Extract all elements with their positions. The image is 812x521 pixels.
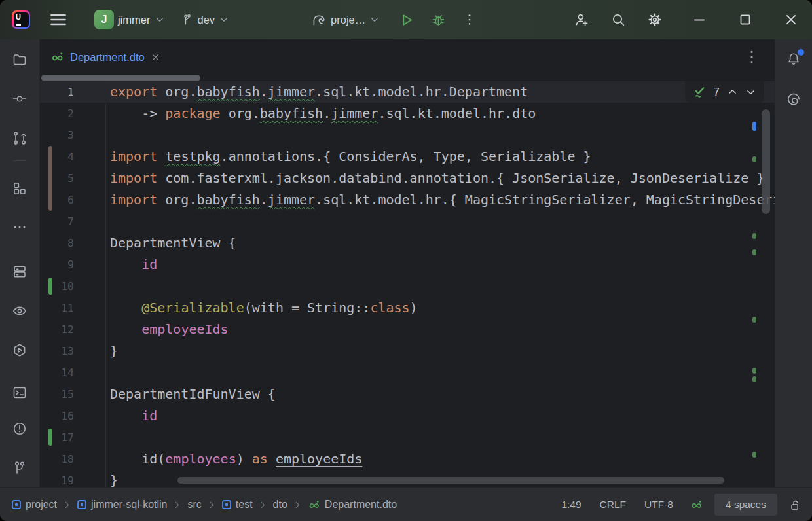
run-button[interactable] [398, 12, 415, 28]
code-text[interactable]: id(employees) as employeeIds [74, 448, 362, 470]
breadcrumb-dto[interactable]: dto [273, 499, 287, 511]
code-text[interactable]: -> package org.babyfish.jimmer.sql.kt.mo… [74, 103, 536, 124]
breadcrumb-src[interactable]: src [187, 499, 201, 511]
settings-gear-icon[interactable] [647, 12, 663, 27]
unlocked-padlock-icon[interactable] [788, 498, 802, 512]
breadcrumb-jimmer-sql-kotlin[interactable]: jimmer-sql-kotlin [77, 499, 167, 511]
code-line-1[interactable]: 1export org.babyfish.jimmer.sql.kt.model… [40, 81, 775, 103]
next-problem-icon[interactable] [745, 86, 756, 98]
eye-icon[interactable] [12, 303, 28, 319]
code-text[interactable] [74, 427, 110, 448]
tab-close-icon[interactable] [151, 52, 160, 62]
code-text[interactable]: employeeIds [74, 319, 229, 340]
line-ending-indicator[interactable]: CRLF [600, 499, 626, 511]
vcs-widget[interactable]: dev [181, 13, 230, 26]
more-icon[interactable] [12, 219, 28, 235]
line-number[interactable]: 8 [40, 232, 74, 254]
main-menu-icon[interactable] [48, 10, 68, 29]
previous-problem-icon[interactable] [727, 86, 738, 98]
horizontal-scrollbar-thumb[interactable] [177, 477, 724, 484]
notifications-bell-icon[interactable] [786, 51, 802, 67]
code-line-10[interactable]: 10 [40, 276, 775, 297]
breadcrumb-test[interactable]: test [222, 499, 253, 511]
code-line-9[interactable]: 9 id [40, 254, 775, 276]
code-text[interactable]: import testpkg.annotations.{ ConsiderAs,… [74, 146, 591, 168]
window-minimize-button[interactable] [692, 12, 707, 27]
line-number[interactable]: 10 [40, 276, 74, 297]
code-text[interactable]: export org.babyfish.jimmer.sql.kt.model.… [74, 81, 528, 103]
line-number[interactable]: 14 [40, 362, 74, 384]
line-number[interactable]: 1 [40, 81, 74, 103]
database-icon[interactable] [12, 264, 28, 279]
modified-line-marker[interactable] [48, 189, 52, 211]
encoding-indicator[interactable]: UTF-8 [644, 499, 673, 511]
line-number[interactable]: 4 [40, 146, 74, 168]
problems-icon[interactable] [12, 421, 28, 437]
pull-requests-icon[interactable] [12, 130, 28, 146]
code-line-4[interactable]: 4import testpkg.annotations.{ ConsiderAs… [40, 146, 775, 168]
line-number[interactable]: 6 [40, 189, 74, 211]
line-number[interactable]: 12 [40, 319, 74, 340]
code-text[interactable] [74, 276, 110, 297]
code-text[interactable]: } [74, 340, 118, 362]
tab-options-kebab-icon[interactable] [743, 48, 760, 65]
window-close-button[interactable] [783, 12, 799, 27]
code-line-7[interactable]: 7 [40, 211, 775, 232]
terminal-icon[interactable] [12, 385, 28, 401]
services-icon[interactable] [12, 342, 28, 358]
code-line-3[interactable]: 3 [40, 124, 775, 146]
code-text[interactable]: DepartmentIdFunView { [74, 384, 276, 405]
line-number[interactable]: 17 [40, 427, 74, 448]
line-number[interactable]: 9 [40, 254, 74, 276]
added-line-marker[interactable] [48, 278, 52, 295]
breadcrumb-department-dto[interactable]: Department.dto [308, 499, 397, 511]
window-maximize-button[interactable] [737, 12, 753, 27]
changed-stripe-mark[interactable] [752, 317, 756, 323]
modified-line-marker[interactable] [48, 146, 52, 168]
code-line-12[interactable]: 12 employeeIds [40, 319, 775, 340]
modified-stripe-mark[interactable] [752, 122, 756, 131]
changed-stripe-mark[interactable] [752, 452, 756, 458]
changed-stripe-mark[interactable] [752, 376, 756, 382]
line-number[interactable]: 16 [40, 405, 74, 427]
code-text[interactable] [74, 124, 110, 146]
code-text[interactable]: @Serializable(with = String::class) [74, 297, 418, 319]
line-number[interactable]: 13 [40, 340, 74, 362]
gradle-elephant-icon[interactable] [786, 131, 802, 147]
inspections-widget[interactable]: 7 [685, 81, 764, 103]
structure-icon[interactable] [12, 181, 28, 196]
code-text[interactable]: import com.fasterxml.jackson.databind.an… [74, 168, 764, 189]
ai-assistant-icon[interactable] [786, 92, 802, 107]
changed-stripe-mark[interactable] [752, 249, 756, 255]
caret-position[interactable]: 1:49 [561, 499, 581, 511]
code-text[interactable] [74, 362, 110, 384]
line-number[interactable]: 18 [40, 448, 74, 470]
code-line-6[interactable]: 6import org.babyfish.jimmer.sql.kt.model… [40, 189, 775, 211]
code-line-16[interactable]: 16 id [40, 405, 775, 427]
added-line-marker[interactable] [48, 429, 52, 446]
search-everywhere-icon[interactable] [610, 12, 626, 27]
more-actions-kebab-icon[interactable] [462, 12, 477, 27]
changed-stripe-mark[interactable] [752, 156, 756, 162]
code-line-8[interactable]: 8DepartmentView { [40, 232, 775, 254]
commit-icon[interactable] [12, 91, 28, 107]
code-text[interactable]: import org.babyfish.jimmer.sql.kt.model.… [74, 189, 775, 211]
indent-indicator[interactable]: 4 spaces [714, 494, 777, 516]
code-line-15[interactable]: 15DepartmentIdFunView { [40, 384, 775, 405]
code-line-5[interactable]: 5import com.fasterxml.jackson.databind.a… [40, 168, 775, 189]
breadcrumb-project[interactable]: project [12, 499, 57, 511]
code-line-2[interactable]: 2 -> package org.babyfish.jimmer.sql.kt.… [40, 103, 775, 124]
line-number[interactable]: 15 [40, 384, 74, 405]
code-text[interactable]: DepartmentView { [74, 232, 236, 254]
code-line-18[interactable]: 18 id(employees) as employeeIds [40, 448, 775, 470]
code-with-me-add-user-icon[interactable] [574, 12, 589, 27]
line-number[interactable]: 3 [40, 124, 74, 146]
code-editor[interactable]: 7 1export org.babyfish.jimmer.sql.kt.mod… [40, 75, 775, 487]
line-number[interactable]: 5 [40, 168, 74, 189]
vertical-scrollbar-thumb[interactable] [762, 109, 770, 214]
code-line-11[interactable]: 11 @Serializable(with = String::class) [40, 297, 775, 319]
version-control-icon[interactable] [12, 460, 28, 476]
line-number[interactable]: 11 [40, 297, 74, 319]
debug-button[interactable] [430, 12, 447, 28]
tab-department-dto[interactable]: Department.dto [41, 39, 171, 75]
